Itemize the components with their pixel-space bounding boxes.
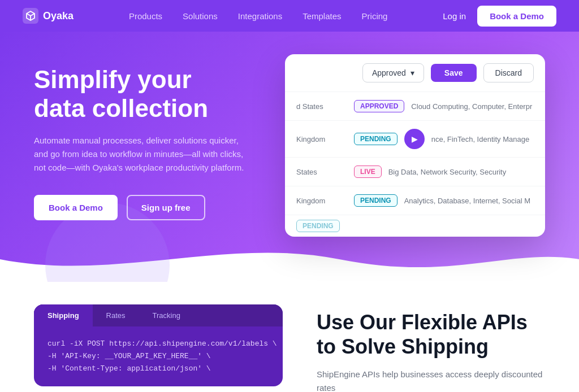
- status-badge: PENDING: [354, 194, 397, 207]
- code-tabs: Shipping Rates Tracking: [34, 304, 283, 326]
- tags-cell: Big Data, Network Security, Security: [388, 168, 534, 176]
- tags-cell: nce, FinTech, Identity Manage: [431, 135, 534, 143]
- table-row: Kingdom PENDING ▶ nce, FinTech, Identity…: [285, 121, 545, 158]
- data-card: Approved ▾ Save Discard d States APPROVE…: [285, 54, 545, 237]
- pending-badge-2: PENDING: [354, 194, 397, 207]
- tags-cell: Cloud Computing, Computer, Enterpr: [411, 102, 534, 111]
- code-line-3: -H 'Content-Type: application/json' \: [47, 363, 269, 375]
- play-icon: ▶: [412, 134, 418, 143]
- bottom-section: Shipping Rates Tracking curl -iX POST ht…: [0, 282, 579, 392]
- code-body: curl -iX POST https://api.shipengine.com…: [34, 326, 283, 386]
- code-line-1: curl -iX POST https://api.shipengine.com…: [47, 338, 269, 350]
- pending-badge: PENDING: [354, 133, 397, 145]
- section-title: Use Our Flexible APIs to Solve Shipping: [317, 310, 545, 359]
- table-row: States LIVE Big Data, Network Security, …: [285, 158, 545, 186]
- save-button[interactable]: Save: [431, 64, 477, 82]
- approved-badge: APPROVED: [354, 100, 404, 112]
- book-demo-hero-button[interactable]: Book a Demo: [34, 195, 118, 220]
- status-badge: PENDING: [354, 133, 397, 145]
- nav-solutions[interactable]: Solutions: [183, 11, 218, 21]
- hero-content: Simplify your data collection Automate m…: [0, 66, 579, 237]
- table-row-partial: PENDING: [285, 215, 545, 237]
- logo[interactable]: Oyaka: [23, 8, 74, 24]
- book-demo-nav-button[interactable]: Book a Demo: [477, 6, 556, 27]
- hero-section: Simplify your data collection Automate m…: [0, 32, 579, 282]
- table-row: Kingdom PENDING Analytics, Database, Int…: [285, 186, 545, 215]
- status-dropdown[interactable]: Approved ▾: [362, 63, 424, 82]
- chevron-down-icon: ▾: [411, 68, 414, 77]
- tab-rates[interactable]: Rates: [93, 304, 139, 326]
- hero-left: Simplify your data collection Automate m…: [34, 66, 249, 220]
- card-toolbar: Approved ▾ Save Discard: [285, 54, 545, 92]
- tab-shipping[interactable]: Shipping: [34, 304, 93, 326]
- navbar-actions: Log in Book a Demo: [443, 6, 556, 27]
- code-line-2: -H 'API-Key: __YOUR_API_KEY_HERE__' \: [47, 350, 269, 363]
- code-widget: Shipping Rates Tracking curl -iX POST ht…: [34, 304, 283, 386]
- country-cell: Kingdom: [296, 197, 347, 205]
- tags-cell: Analytics, Database, Internet, Social M: [404, 197, 534, 205]
- nav-pricing[interactable]: Pricing: [362, 11, 388, 21]
- login-button[interactable]: Log in: [443, 11, 466, 21]
- card-table: d States APPROVED Cloud Computing, Compu…: [285, 92, 545, 237]
- dropdown-label: Approved: [372, 68, 406, 77]
- table-row: d States APPROVED Cloud Computing, Compu…: [285, 92, 545, 121]
- status-badge: LIVE: [354, 165, 382, 178]
- nav-templates[interactable]: Templates: [303, 11, 341, 21]
- country-cell: States: [296, 168, 347, 176]
- country-cell: d States: [296, 102, 347, 111]
- live-badge: LIVE: [354, 165, 382, 178]
- section-description: ShipEngine APIs help businesses access d…: [317, 368, 545, 392]
- tab-tracking[interactable]: Tracking: [139, 304, 194, 326]
- hero-title: Simplify your data collection: [34, 66, 249, 123]
- logo-text: Oyaka: [43, 10, 74, 22]
- navbar: Oyaka Products Solutions Integrations Te…: [0, 0, 579, 32]
- nav-products[interactable]: Products: [129, 11, 162, 21]
- nav-integrations[interactable]: Integrations: [238, 11, 282, 21]
- bottom-right: Use Our Flexible APIs to Solve Shipping …: [317, 304, 545, 392]
- hero-description: Automate manual processes, deliver solut…: [34, 134, 249, 175]
- partial-badge: PENDING: [296, 220, 340, 232]
- play-button[interactable]: ▶: [404, 129, 425, 149]
- logo-icon: [23, 8, 38, 24]
- country-cell: Kingdom: [296, 135, 347, 143]
- nav-links: Products Solutions Integrations Template…: [129, 11, 388, 21]
- hero-buttons: Book a Demo Sign up free: [34, 195, 249, 220]
- signup-button[interactable]: Sign up free: [127, 195, 205, 220]
- status-badge: APPROVED: [354, 100, 404, 112]
- discard-button[interactable]: Discard: [483, 63, 534, 82]
